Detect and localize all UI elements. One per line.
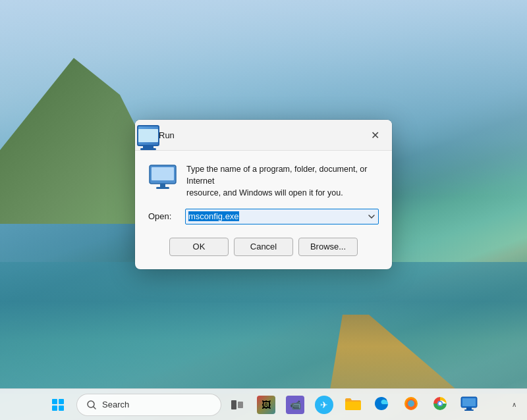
search-icon	[86, 400, 97, 410]
dialog-buttons: OK Cancel Browse...	[148, 238, 379, 256]
dialog-description: Type the name of a program, folder, docu…	[148, 163, 379, 198]
svg-point-7	[408, 400, 414, 407]
windows-logo-icon	[52, 399, 64, 411]
svg-rect-3	[156, 187, 169, 189]
search-label: Search	[102, 400, 129, 409]
dialog-body: Type the name of a program, folder, docu…	[135, 151, 392, 269]
dialog-description-text: Type the name of a program, folder, docu…	[186, 163, 379, 198]
svg-rect-2	[160, 184, 165, 187]
start-button[interactable]	[45, 392, 71, 418]
task-view-icon	[231, 400, 243, 409]
taskbar-chevron-button[interactable]: ∧	[509, 398, 519, 411]
dialog-app-icon	[143, 130, 153, 141]
ok-button[interactable]: OK	[169, 238, 229, 256]
taskbar-app-edge[interactable]	[369, 392, 395, 418]
run-dialog: Run ✕	[135, 120, 392, 269]
desktop: Run ✕	[0, 0, 527, 420]
run-icon-display	[138, 129, 158, 142]
svg-point-10	[439, 402, 442, 405]
edge-icon	[374, 395, 391, 415]
dialog-title: Run	[159, 130, 175, 140]
svg-rect-12	[462, 398, 476, 406]
chevron-down-icon	[368, 215, 375, 219]
dialog-desc-line2: resource, and Windows will open it for y…	[186, 188, 343, 197]
task-view-button[interactable]	[224, 392, 250, 418]
search-bar[interactable]: Search	[76, 394, 221, 416]
taskbar-app-video[interactable]: 📹	[282, 392, 308, 418]
svg-rect-14	[464, 409, 474, 411]
open-input-wrap	[185, 209, 379, 224]
folder-icon	[344, 396, 362, 414]
taskbar-app-firefox[interactable]	[398, 392, 424, 418]
svg-rect-1	[152, 167, 174, 180]
run-icon-svg	[148, 164, 177, 190]
taskbar-center: Search 🖼 📹	[45, 392, 482, 418]
taskbar-app-color[interactable]: 🖼	[253, 392, 279, 418]
open-dropdown-button[interactable]	[364, 209, 379, 224]
taskbar-right: ∧	[509, 398, 519, 411]
svg-line-5	[94, 406, 96, 409]
svg-rect-13	[466, 407, 472, 409]
cancel-button[interactable]: Cancel	[234, 238, 293, 256]
run-icon-screen	[137, 125, 159, 146]
taskbar-app-telegram[interactable]: ✈	[311, 392, 337, 418]
taskbar-app-remote[interactable]	[456, 392, 482, 418]
open-input[interactable]	[185, 209, 379, 224]
remote-desktop-icon	[460, 396, 478, 413]
telegram-icon: ✈	[315, 396, 333, 414]
run-program-icon	[148, 164, 177, 193]
dialog-close-button[interactable]: ✕	[366, 126, 384, 145]
taskbar: Search 🖼 📹	[0, 388, 527, 420]
dialog-title-left: Run	[143, 130, 175, 141]
browse-button[interactable]: Browse...	[298, 238, 358, 256]
color-app-icon: 🖼	[257, 396, 275, 414]
dialog-overlay: Run ✕	[0, 0, 527, 388]
taskbar-app-chrome[interactable]	[427, 392, 453, 418]
open-label: Open:	[148, 211, 179, 221]
video-app-icon: 📹	[286, 396, 304, 414]
open-row: Open:	[148, 209, 379, 224]
firefox-icon	[402, 395, 420, 415]
taskbar-app-files[interactable]	[340, 392, 366, 418]
dialog-titlebar: Run ✕	[135, 120, 392, 151]
dialog-desc-line1: Type the name of a program, folder, docu…	[186, 165, 367, 186]
chrome-icon	[431, 395, 449, 415]
